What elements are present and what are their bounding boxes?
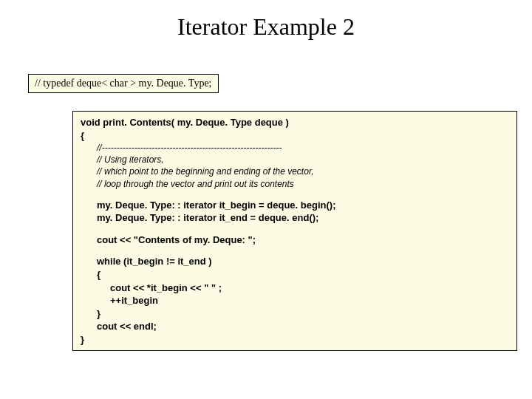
code-line: while (it_begin != it_end ) (97, 255, 509, 268)
code-line: cout << endl; (97, 320, 509, 333)
code-line: { (97, 268, 509, 282)
code-line: my. Deque. Type: : iterator it_begin = d… (97, 199, 509, 212)
code-comment: //--------------------------------------… (97, 142, 509, 154)
code-comment: // Using iterators, (97, 154, 509, 166)
code-box: void print. Contents( my. Deque. Type de… (72, 111, 517, 351)
code-comment: // which point to the beginning and endi… (97, 166, 509, 177)
code-line: } (97, 307, 509, 321)
code-line: ++it_begin (110, 294, 509, 307)
code-line: { (81, 129, 509, 143)
page-title: Iterator Example 2 (0, 13, 532, 41)
code-line: cout << *it_begin << " " ; (110, 282, 509, 295)
code-line: } (81, 333, 509, 347)
code-line: cout << "Contents of my. Deque: "; (97, 233, 509, 247)
code-line: void print. Contents( my. Deque. Type de… (81, 116, 509, 129)
code-line: my. Deque. Type: : iterator it_end = deq… (97, 211, 509, 225)
code-comment: // loop through the vector and print out… (97, 178, 509, 190)
typedef-box: // typedef deque< char > my. Deque. Type… (28, 74, 219, 93)
